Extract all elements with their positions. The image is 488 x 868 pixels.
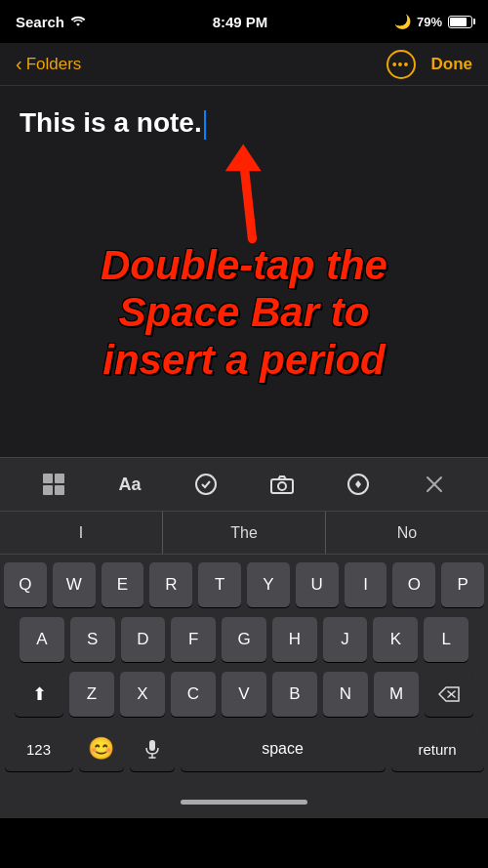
key-q[interactable]: Q	[4, 562, 47, 607]
status-bar: Search 8:49 PM 🌙 79%	[0, 0, 488, 43]
predictive-item-3[interactable]: No	[326, 512, 488, 554]
key-x[interactable]: X	[120, 672, 165, 717]
status-time: 8:49 PM	[213, 14, 268, 30]
shift-key[interactable]: ⬆	[15, 672, 63, 717]
key-l[interactable]: L	[424, 617, 468, 662]
key-o[interactable]: O	[392, 562, 435, 607]
key-m[interactable]: M	[374, 672, 419, 717]
key-g[interactable]: G	[222, 617, 266, 662]
markup-button[interactable]	[339, 465, 378, 504]
checklist-button[interactable]	[186, 465, 225, 504]
instruction-line1: Double-tap the	[101, 242, 387, 288]
predictive-item-2[interactable]: The	[163, 512, 326, 554]
key-v[interactable]: V	[222, 672, 266, 717]
back-button[interactable]: ‹ Folders	[16, 54, 81, 75]
key-k[interactable]: K	[373, 617, 418, 662]
key-c[interactable]: C	[171, 672, 216, 717]
arrow-container	[195, 140, 273, 237]
moon-icon: 🌙	[394, 14, 411, 29]
ellipsis-icon: •••	[392, 58, 410, 71]
keyboard: Q W E R T Y U I O P A S D F G H J K L ⬆ …	[0, 555, 488, 785]
note-text: This is a note.	[20, 105, 468, 141]
key-u[interactable]: U	[296, 562, 339, 607]
toolbar: Aa	[0, 457, 488, 512]
key-e[interactable]: E	[102, 562, 144, 607]
bottom-bar	[0, 785, 488, 818]
key-j[interactable]: J	[323, 617, 368, 662]
predictive-item-1[interactable]: I	[0, 512, 163, 554]
numbers-key[interactable]: 123	[5, 726, 73, 771]
battery-pct: 79%	[417, 15, 442, 29]
backspace-icon	[438, 686, 460, 702]
nav-right: ••• Done	[386, 50, 473, 79]
markup-icon	[346, 473, 370, 496]
instruction-line3: insert a period	[102, 337, 385, 383]
return-key[interactable]: return	[391, 726, 484, 771]
key-row-2: A S D F G H J K L	[4, 617, 484, 662]
key-i[interactable]: I	[345, 562, 387, 607]
key-p[interactable]: P	[441, 562, 484, 607]
svg-rect-10	[149, 740, 155, 751]
note-area[interactable]: This is a note. Double-tap the Space Bar…	[0, 86, 488, 457]
emoji-key[interactable]: 😊	[79, 726, 124, 771]
battery-icon	[448, 16, 472, 28]
format-button[interactable]: Aa	[110, 465, 149, 504]
key-row-bottom: 123 😊 space return	[4, 726, 484, 771]
mic-icon	[145, 739, 159, 759]
key-s[interactable]: S	[70, 617, 115, 662]
nav-bar: ‹ Folders ••• Done	[0, 43, 488, 86]
key-f[interactable]: F	[171, 617, 216, 662]
key-b[interactable]: B	[272, 672, 317, 717]
more-button[interactable]: •••	[386, 50, 416, 79]
key-w[interactable]: W	[53, 562, 96, 607]
back-label: Folders	[26, 55, 82, 74]
close-icon	[426, 475, 443, 493]
aa-icon: Aa	[118, 475, 141, 495]
shift-icon: ⬆	[32, 683, 47, 705]
battery-fill	[450, 18, 467, 26]
grid-icon	[43, 474, 64, 495]
key-y[interactable]: Y	[247, 562, 290, 607]
check-circle-icon	[194, 473, 218, 496]
backspace-key[interactable]	[425, 672, 473, 717]
key-d[interactable]: D	[121, 617, 166, 662]
key-n[interactable]: N	[323, 672, 368, 717]
grid-button[interactable]	[34, 465, 73, 504]
done-button[interactable]: Done	[431, 55, 473, 74]
mic-key[interactable]	[130, 726, 175, 771]
camera-button[interactable]	[263, 465, 302, 504]
note-content: This is a note.	[20, 107, 202, 138]
predictive-bar: I The No	[0, 512, 488, 555]
carrier-label: Search	[16, 14, 64, 30]
svg-marker-1	[225, 145, 262, 172]
home-indicator	[181, 800, 307, 805]
key-t[interactable]: T	[198, 562, 241, 607]
status-right: 🌙 79%	[394, 14, 472, 29]
key-row-3: ⬆ Z X C V B N M	[4, 672, 484, 717]
space-key[interactable]: space	[181, 726, 386, 771]
wifi-icon	[70, 16, 86, 27]
camera-icon	[270, 475, 294, 494]
chevron-left-icon: ‹	[16, 53, 22, 75]
key-row-1: Q W E R T Y U I O P	[4, 562, 484, 607]
key-r[interactable]: R	[149, 562, 192, 607]
key-a[interactable]: A	[20, 617, 64, 662]
svg-point-2	[196, 475, 216, 494]
arrow-icon	[195, 140, 273, 257]
svg-point-4	[278, 482, 286, 490]
key-h[interactable]: H	[272, 617, 317, 662]
close-keyboard-button[interactable]	[415, 465, 454, 504]
text-cursor	[204, 110, 206, 140]
status-left: Search	[16, 14, 86, 30]
instruction-text: Double-tap the Space Bar to insert a per…	[20, 242, 468, 384]
instruction-line2: Space Bar to	[119, 289, 370, 335]
key-z[interactable]: Z	[69, 672, 114, 717]
